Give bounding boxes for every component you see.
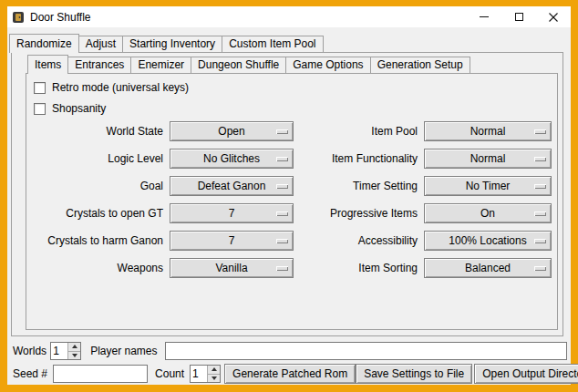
item-pool-dropdown[interactable]: Normal (424, 121, 552, 141)
item-functionality-label: Item Functionality (310, 152, 418, 165)
generate-patched-rom-button[interactable]: Generate Patched Rom (224, 364, 356, 384)
field-row: Logic Level No Glitches (26, 145, 294, 172)
dropdown-indicator-icon (534, 211, 546, 216)
subtab-generation-setup[interactable]: Generation Setup (370, 57, 470, 73)
tab-starting-inventory[interactable]: Starting Inventory (122, 36, 222, 52)
weapons-value: Vanilla (215, 262, 247, 274)
worlds-input[interactable] (51, 343, 67, 359)
options-column-left: World State Open Logic Level No Glitches… (26, 118, 294, 282)
crystals-ganon-label: Crystals to harm Ganon (26, 234, 163, 247)
logic-level-value: No Glitches (203, 152, 260, 165)
world-state-value: Open (218, 125, 244, 138)
field-row: Item Functionality Normal (310, 145, 552, 172)
goal-dropdown[interactable]: Defeat Ganon (170, 176, 294, 196)
close-button[interactable] (536, 6, 571, 27)
tab-randomize[interactable]: Randomize (9, 34, 79, 53)
arrow-up-icon (72, 345, 77, 348)
logic-level-dropdown[interactable]: No Glitches (170, 149, 294, 169)
worlds-spin-down-button[interactable] (68, 351, 80, 360)
accessibility-value: 100% Locations (449, 234, 526, 247)
dropdown-indicator-icon (276, 129, 288, 134)
tab-adjust[interactable]: Adjust (78, 36, 123, 52)
field-row: Progressive Items On (310, 200, 552, 227)
count-spinner (190, 365, 221, 383)
window-controls (467, 6, 571, 27)
item-pool-value: Normal (470, 125, 506, 138)
tab-custom-item-pool[interactable]: Custom Item Pool (222, 36, 323, 52)
shopsanity-row: Shopsanity (34, 101, 106, 116)
world-state-label: World State (26, 125, 163, 138)
crystals-gt-dropdown[interactable]: 7 (170, 203, 294, 223)
subtab-game-options[interactable]: Game Options (285, 57, 370, 73)
field-row: Item Sorting Balanced (310, 254, 552, 282)
shopsanity-label: Shopsanity (52, 102, 106, 115)
arrow-down-icon (72, 354, 77, 357)
randomize-panel: Items Entrances Enemizer Dungeon Shuffle… (11, 52, 563, 336)
door-shuffle-window: { "window": { "title": "Door Shuffle" },… (0, 0, 578, 392)
player-names-input[interactable] (165, 342, 568, 360)
dropdown-indicator-icon (534, 129, 546, 134)
player-names-label: Player names (90, 345, 157, 357)
field-row: Timer Setting No Timer (310, 172, 552, 200)
seed-label: Seed # (13, 367, 47, 380)
count-label: Count (155, 367, 184, 380)
options-column-right: Item Pool Normal Item Functionality Norm… (310, 118, 552, 282)
item-functionality-dropdown[interactable]: Normal (424, 149, 552, 169)
worlds-spin-up-button[interactable] (68, 343, 80, 351)
field-row: Item Pool Normal (310, 118, 552, 145)
retro-mode-row: Retro mode (universal keys) (34, 80, 189, 95)
seed-input[interactable] (53, 365, 148, 383)
multiworld-row: Worlds Player names (13, 341, 567, 361)
item-sorting-value: Balanced (465, 262, 511, 274)
retro-mode-checkbox[interactable] (34, 82, 46, 94)
item-pool-label: Item Pool (310, 125, 418, 138)
goal-label: Goal (26, 180, 163, 192)
timer-setting-value: No Timer (466, 180, 511, 192)
dropdown-indicator-icon (276, 184, 288, 189)
items-panel: Retro mode (universal keys) Shopsanity W… (26, 73, 558, 330)
world-state-dropdown[interactable]: Open (170, 121, 294, 141)
subtab-items[interactable]: Items (27, 55, 68, 74)
item-functionality-value: Normal (470, 152, 506, 165)
arrow-up-icon (212, 367, 217, 371)
field-row: Goal Defeat Ganon (26, 172, 294, 200)
progressive-items-dropdown[interactable]: On (424, 203, 552, 223)
dropdown-indicator-icon (534, 266, 546, 271)
arrow-down-icon (212, 377, 217, 380)
worlds-label: Worlds (13, 345, 46, 357)
timer-setting-dropdown[interactable]: No Timer (424, 176, 552, 196)
field-row: World State Open (26, 118, 294, 145)
logic-level-label: Logic Level (26, 152, 163, 165)
count-input[interactable] (191, 366, 207, 382)
crystals-ganon-dropdown[interactable]: 7 (170, 231, 294, 251)
weapons-dropdown[interactable]: Vanilla (170, 258, 294, 278)
titlebar: Door Shuffle (7, 6, 571, 27)
field-row: Weapons Vanilla (26, 254, 294, 282)
timer-setting-label: Timer Setting (310, 180, 418, 192)
count-spinner-arrows (207, 366, 220, 382)
subtab-entrances[interactable]: Entrances (67, 57, 131, 73)
shopsanity-checkbox[interactable] (34, 103, 46, 115)
crystals-ganon-value: 7 (229, 234, 235, 247)
item-sorting-label: Item Sorting (310, 262, 418, 274)
crystals-gt-value: 7 (229, 207, 235, 220)
sub-tab-bar: Items Entrances Enemizer Dungeon Shuffle… (27, 55, 470, 73)
dropdown-indicator-icon (276, 211, 288, 216)
subtab-enemizer[interactable]: Enemizer (130, 57, 191, 73)
subtab-dungeon-shuffle[interactable]: Dungeon Shuffle (191, 57, 286, 73)
open-output-directory-button[interactable]: Open Output Directory (474, 364, 578, 384)
save-settings-button[interactable]: Save Settings to File (356, 364, 472, 384)
field-row: Accessibility 100% Locations (310, 227, 552, 254)
count-spin-down-button[interactable] (208, 374, 220, 383)
field-row: Crystals to harm Ganon 7 (26, 227, 294, 254)
field-row: Crystals to open GT 7 (26, 200, 294, 227)
minimize-button[interactable] (467, 6, 501, 27)
maximize-button[interactable] (501, 6, 536, 27)
item-sorting-dropdown[interactable]: Balanced (424, 258, 552, 278)
dropdown-indicator-icon (276, 157, 288, 161)
accessibility-dropdown[interactable]: 100% Locations (424, 231, 552, 251)
dropdown-indicator-icon (534, 157, 546, 161)
count-spin-up-button[interactable] (208, 366, 220, 374)
progressive-items-value: On (480, 207, 495, 220)
close-icon (549, 13, 558, 22)
